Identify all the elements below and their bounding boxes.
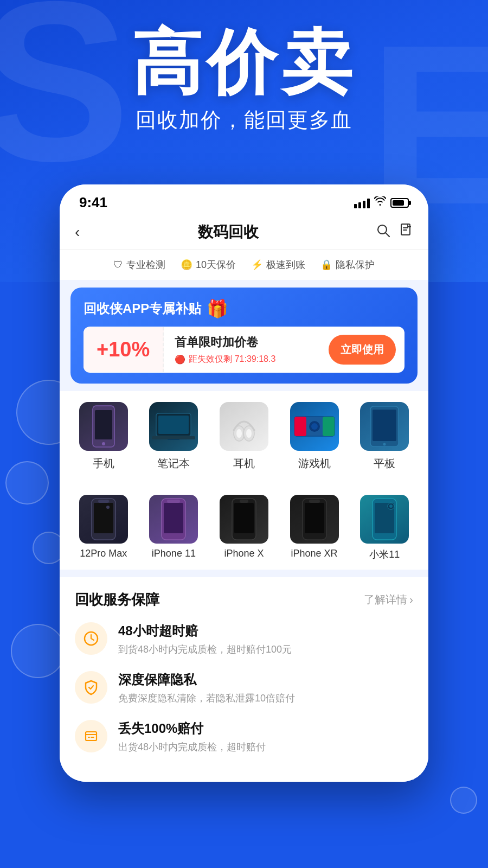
- status-bar: 9:41: [60, 184, 428, 215]
- page-title: 数码回收: [198, 222, 259, 242]
- coupon-title: 回收侠APP专属补贴: [84, 300, 201, 317]
- coupon-title-row: 回收侠APP专属补贴 🎁: [84, 298, 404, 319]
- category-img-phone: [79, 402, 128, 451]
- service-text-2: 丢失100%赔付 出货48小时内完成质检，超时赔付: [118, 720, 266, 754]
- category-img-tablet: [360, 402, 409, 451]
- hero-main-text: 高价卖: [0, 27, 488, 98]
- phone-item-iphonex[interactable]: iPhone X: [211, 495, 277, 561]
- bubble-5: [450, 787, 477, 814]
- svg-rect-32: [305, 503, 324, 533]
- yuan-icon: 🪙: [181, 259, 192, 271]
- coupon-timer-text: 距失效仅剩 71:39:18.3: [189, 354, 275, 365]
- phone-item-xiaomi11[interactable]: 小米11: [352, 495, 417, 561]
- phone-thumb-12promax: [79, 495, 128, 544]
- category-img-game: [290, 402, 339, 451]
- category-item-earphone[interactable]: 耳机: [214, 402, 274, 471]
- phone-models-row: 12Pro Max iPhone 11 iPhone X: [60, 487, 428, 570]
- lock-icon: 🔒: [320, 259, 332, 271]
- search-icon[interactable]: [376, 224, 390, 241]
- service-icon-0: [75, 622, 107, 655]
- wifi-icon: [374, 196, 386, 209]
- svg-rect-2: [401, 224, 410, 235]
- svg-rect-29: [234, 503, 254, 533]
- bubble-4: [11, 624, 65, 678]
- feature-tag-3: 🔒 隐私保护: [320, 258, 375, 271]
- back-button[interactable]: ‹: [75, 224, 80, 241]
- gift-icon: 🎁: [207, 298, 228, 319]
- document-icon[interactable]: [400, 224, 413, 241]
- svg-rect-26: [164, 503, 183, 533]
- hero-sub-text: 回收加价，能回更多血: [0, 106, 488, 134]
- coupon-percent-text: +10%: [97, 338, 150, 361]
- service-item-2: 丢失100%赔付 出货48小时内完成质检，超时赔付: [75, 720, 413, 754]
- svg-rect-7: [158, 416, 189, 434]
- category-item-phone[interactable]: 手机: [74, 402, 133, 471]
- svg-rect-23: [98, 500, 109, 503]
- phone-item-iphonexr[interactable]: iPhone XR: [282, 495, 347, 561]
- service-item-desc-2: 出货48小时内完成质检，超时赔付: [118, 741, 266, 754]
- svg-rect-4: [95, 410, 112, 439]
- svg-point-12: [246, 429, 252, 438]
- coupon-info: 首单限时加价卷 🔴 距失效仅剩 71:39:18.3: [164, 327, 329, 373]
- nav-action-icons: [376, 224, 413, 241]
- svg-point-11: [236, 429, 242, 438]
- category-label-game: 游戏机: [298, 456, 331, 471]
- feature-tag-label-3: 隐私保护: [336, 258, 375, 271]
- service-item-desc-0: 到货48小时内完成质检，超时赔付100元: [118, 643, 292, 656]
- hero-section: 高价卖 回收加价，能回更多血: [0, 27, 488, 134]
- service-more-label: 了解详情: [364, 592, 407, 607]
- category-label-earphone: 耳机: [233, 456, 255, 471]
- service-item-desc-1: 免费深度隐私清除，若隐私泄露10倍赔付: [118, 692, 295, 705]
- phone-label-iphone11: iPhone 11: [152, 548, 196, 559]
- phone-thumb-iphone11: [149, 495, 198, 544]
- feature-tag-2: ⚡ 极速到账: [251, 258, 305, 271]
- coupon-card[interactable]: +10% 首单限时加价卷 🔴 距失效仅剩 71:39:18.3 立即使用: [84, 327, 404, 373]
- nav-bar: ‹ 数码回收: [60, 215, 428, 250]
- svg-point-5: [102, 442, 105, 445]
- phone-label-iphonexr: iPhone XR: [291, 548, 338, 559]
- svg-rect-22: [94, 503, 113, 533]
- service-item-title-0: 48小时超时赔: [118, 622, 292, 640]
- phone-item-iphone11[interactable]: iPhone 11: [141, 495, 206, 561]
- phone-thumb-iphonex: [220, 495, 268, 544]
- signal-icon: [354, 197, 370, 208]
- battery-icon: [390, 198, 409, 208]
- category-label-laptop: 笔记本: [157, 456, 190, 471]
- svg-rect-33: [309, 500, 320, 503]
- bubble-2: [5, 461, 49, 505]
- category-section: 手机 笔记本: [60, 391, 428, 487]
- category-item-game[interactable]: 游戏机: [285, 402, 344, 471]
- feature-tag-0: 🛡 专业检测: [113, 258, 165, 271]
- coupon-use-button[interactable]: 立即使用: [329, 335, 396, 365]
- feature-tag-1: 🪙 10天保价: [181, 258, 236, 271]
- category-row: 手机 笔记本: [68, 402, 420, 471]
- service-icon-2: [75, 720, 107, 752]
- category-label-tablet: 平板: [374, 456, 395, 471]
- coupon-banner: 回收侠APP专属补贴 🎁 +10% 首单限时加价卷 🔴 距失效仅剩 71:39:…: [70, 288, 418, 384]
- service-item-0: 48小时超时赔 到货48小时内完成质检，超时赔付100元: [75, 622, 413, 656]
- svg-line-1: [386, 233, 389, 237]
- service-text-0: 48小时超时赔 到货48小时内完成质检，超时赔付100元: [118, 622, 292, 656]
- svg-rect-39: [86, 732, 97, 741]
- service-more-link[interactable]: 了解详情 ›: [364, 592, 413, 607]
- coupon-name: 首单限时加价卷: [175, 334, 318, 350]
- service-title: 回收服务保障: [75, 590, 159, 609]
- phone-label-12promax: 12Pro Max: [80, 548, 127, 559]
- service-header: 回收服务保障 了解详情 ›: [75, 590, 413, 609]
- status-time: 9:41: [79, 194, 107, 211]
- chevron-right-icon: ›: [409, 593, 413, 606]
- service-item-title-1: 深度保障隐私: [118, 671, 295, 688]
- category-img-earphone: [220, 402, 268, 451]
- coupon-discount: +10%: [84, 327, 164, 372]
- category-item-laptop[interactable]: 笔记本: [144, 402, 203, 471]
- phone-label-iphonex: iPhone X: [224, 548, 264, 559]
- svg-point-17: [311, 423, 318, 430]
- feature-tags-row: 🛡 专业检测 🪙 10天保价 ⚡ 极速到账 🔒 隐私保护: [60, 250, 428, 280]
- category-item-tablet[interactable]: 平板: [355, 402, 414, 471]
- service-item-title-2: 丢失100%赔付: [118, 720, 266, 737]
- service-item-1: 深度保障隐私 免费深度隐私清除，若隐私泄露10倍赔付: [75, 671, 413, 705]
- category-label-phone: 手机: [93, 456, 114, 471]
- phone-mockup: 9:41 ‹ 数码回收: [60, 184, 428, 782]
- phone-label-xiaomi11: 小米11: [369, 548, 400, 561]
- phone-item-12promax[interactable]: 12Pro Max: [71, 495, 136, 561]
